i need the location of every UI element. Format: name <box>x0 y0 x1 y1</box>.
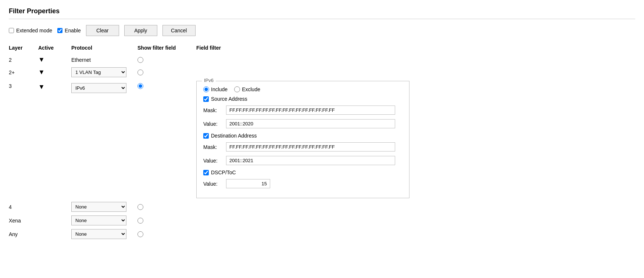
layer-4: 4 <box>9 204 38 210</box>
protocol-select-2plus[interactable]: 1 VLAN Tag None Ethernet IPv6 <box>71 67 126 77</box>
show-filter-radio-2plus[interactable] <box>137 70 143 75</box>
dest-value-input[interactable] <box>226 156 395 165</box>
col-active: Active <box>38 45 71 51</box>
protocol-xena[interactable]: None IPv6 IPv4 TCP UDP <box>71 215 137 225</box>
include-radio[interactable] <box>203 86 209 92</box>
destination-address-checkbox[interactable] <box>203 133 209 139</box>
table-row: Xena None IPv6 IPv4 TCP UDP <box>9 215 635 225</box>
dest-value-label: Value: <box>203 158 222 164</box>
dest-mask-label: Mask: <box>203 144 222 150</box>
source-value-row: Value: <box>203 119 402 128</box>
show-filter-3[interactable] <box>137 81 196 89</box>
table-row: 2+ ▼ 1 VLAN Tag None Ethernet IPv6 <box>9 67 635 77</box>
active-2: ▼ <box>38 56 71 64</box>
show-filter-radio-xena[interactable] <box>137 218 143 224</box>
table-row: 2 ▼ Ethernet <box>9 56 635 64</box>
layer-xena: Xena <box>9 218 38 224</box>
table-row: Any None IPv6 IPv4 TCP UDP <box>9 229 635 239</box>
protocol-select-4[interactable]: None IPv6 IPv4 TCP UDP <box>71 202 126 212</box>
col-protocol: Protocol <box>71 45 137 51</box>
dscp-label: DSCP/ToC <box>211 170 236 175</box>
source-mask-input[interactable] <box>226 106 395 115</box>
show-filter-xena[interactable] <box>137 218 196 224</box>
show-filter-any[interactable] <box>137 231 196 237</box>
dest-value-row: Value: <box>203 156 402 165</box>
apply-button[interactable]: Apply <box>124 25 157 36</box>
include-exclude-row: Include Exclude <box>203 86 402 92</box>
toolbar: Extended mode Enable Clear Apply Cancel <box>9 25 635 36</box>
include-text: Include <box>211 86 228 92</box>
protocol-4[interactable]: None IPv6 IPv4 TCP UDP <box>71 202 137 212</box>
source-address-label: Source Address <box>211 96 247 102</box>
source-value-label: Value: <box>203 121 222 127</box>
show-filter-4[interactable] <box>137 204 196 210</box>
enable-label[interactable]: Enable <box>57 28 81 33</box>
dscp-value-label: Value: <box>203 181 222 187</box>
protocol-2plus[interactable]: 1 VLAN Tag None Ethernet IPv6 <box>71 67 137 77</box>
protocol-any[interactable]: None IPv6 IPv4 TCP UDP <box>71 229 137 239</box>
clear-button[interactable]: Clear <box>86 25 119 36</box>
extended-mode-text: Extended mode <box>16 28 52 33</box>
exclude-text: Exclude <box>242 86 260 92</box>
cancel-button[interactable]: Cancel <box>162 25 196 36</box>
layer-3: 3 <box>9 81 38 89</box>
dest-mask-input[interactable] <box>226 142 395 152</box>
show-filter-radio-any[interactable] <box>137 231 143 237</box>
protocol-select-3[interactable]: IPv6 None Ethernet IPv4 TCP UDP <box>71 83 126 93</box>
exclude-radio[interactable] <box>234 86 240 92</box>
active-2plus: ▼ <box>38 68 71 76</box>
layer-any: Any <box>9 231 38 237</box>
extended-mode-label[interactable]: Extended mode <box>9 28 52 33</box>
col-field-filter: Field filter <box>196 45 635 51</box>
show-filter-radio-3[interactable] <box>137 83 143 89</box>
destination-address-label: Destination Address <box>211 133 257 139</box>
field-filter-panel: IPv6 Include Exclude Source Address <box>196 81 409 198</box>
page-title: Filter Properties <box>9 7 635 15</box>
destination-address-section: Destination Address <box>203 133 402 139</box>
col-layer: Layer <box>9 45 38 51</box>
protocol-2: Ethernet <box>71 57 137 63</box>
layer-2: 2 <box>9 57 38 63</box>
protocol-select-any[interactable]: None IPv6 IPv4 TCP UDP <box>71 229 126 239</box>
layer-2plus: 2+ <box>9 70 38 75</box>
source-address-checkbox[interactable] <box>203 96 209 102</box>
source-address-section: Source Address <box>203 96 402 102</box>
show-filter-radio-2[interactable] <box>137 57 143 63</box>
dscp-value-input[interactable] <box>226 179 270 188</box>
dest-mask-row: Mask: <box>203 142 402 152</box>
show-filter-2[interactable] <box>137 57 196 63</box>
title-divider <box>9 19 635 19</box>
show-filter-2plus[interactable] <box>137 70 196 75</box>
show-filter-radio-4[interactable] <box>137 204 143 210</box>
source-value-input[interactable] <box>226 119 395 128</box>
extended-mode-checkbox[interactable] <box>9 28 14 33</box>
include-label[interactable]: Include <box>203 86 228 92</box>
field-filter-panel-cell: IPv6 Include Exclude Source Address <box>196 81 635 198</box>
protocol-3[interactable]: IPv6 None Ethernet IPv4 TCP UDP <box>71 81 137 93</box>
active-3: ▼ <box>38 81 71 91</box>
panel-legend: IPv6 <box>202 78 216 83</box>
source-mask-row: Mask: <box>203 106 402 115</box>
table-header: Layer Active Protocol Show filter field … <box>9 45 635 52</box>
enable-checkbox[interactable] <box>57 28 62 33</box>
dscp-section: DSCP/ToC <box>203 170 402 175</box>
dscp-value-row: Value: <box>203 179 402 188</box>
source-mask-label: Mask: <box>203 107 222 113</box>
dscp-checkbox[interactable] <box>203 170 209 175</box>
protocol-select-xena[interactable]: None IPv6 IPv4 TCP UDP <box>71 215 126 225</box>
filter-icon-2: ▼ <box>38 56 45 64</box>
filter-icon-3: ▼ <box>38 83 45 91</box>
filter-icon-2plus: ▼ <box>38 68 45 76</box>
col-show-filter: Show filter field <box>137 45 196 51</box>
main-table: Layer Active Protocol Show filter field … <box>9 45 635 239</box>
table-row: 3 ▼ IPv6 None Ethernet IPv4 TCP UDP IPv6 <box>9 81 635 198</box>
table-row: 4 None IPv6 IPv4 TCP UDP <box>9 202 635 212</box>
exclude-label[interactable]: Exclude <box>234 86 260 92</box>
enable-text: Enable <box>65 28 81 33</box>
